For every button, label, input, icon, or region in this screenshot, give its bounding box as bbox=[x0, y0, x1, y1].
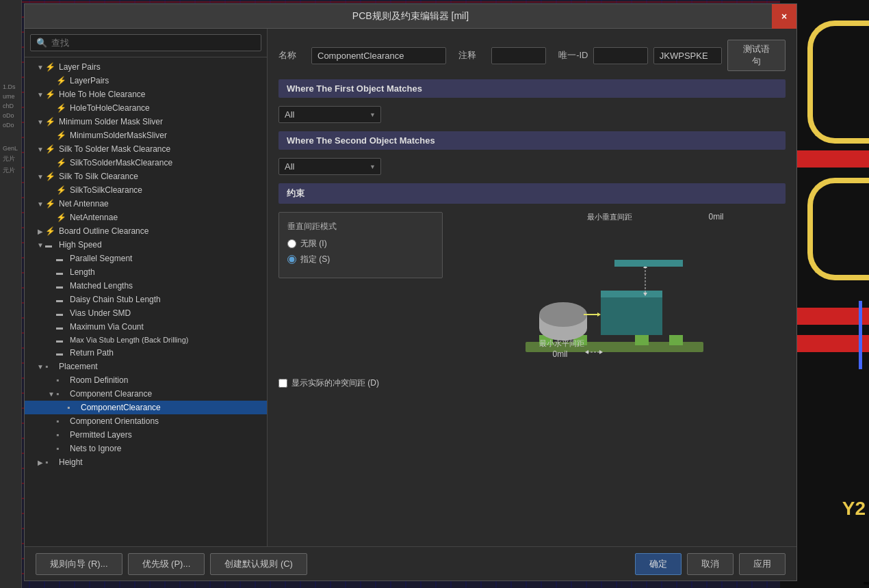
horiz-dist-label: 最小水平间距 bbox=[539, 338, 584, 349]
tree-item-return-path[interactable]: ▬ Return Path bbox=[25, 346, 267, 360]
constraint-content: 垂直间距模式 无限 (I) 指定 (S) bbox=[278, 212, 786, 369]
item-label: Component Clearance bbox=[70, 389, 261, 399]
expand-icon: ▼ bbox=[36, 363, 45, 371]
tree-item-parallel[interactable]: ▬ Parallel Segment bbox=[25, 252, 267, 265]
item-label: Max Via Stub Length (Back Drilling) bbox=[70, 336, 261, 344]
horiz-dist-value: 0mil bbox=[553, 349, 568, 359]
tree-item-length[interactable]: ▬ Length bbox=[25, 265, 267, 279]
tree-item-placement-group[interactable]: ▼ ▪ Placement bbox=[25, 360, 267, 373]
tree-item-layer-pairs[interactable]: ⚡ LayerPairs bbox=[25, 74, 267, 88]
where-first-row: All Net Net Class Layer bbox=[278, 106, 786, 123]
wizard-button[interactable]: 规则向导 (R)... bbox=[36, 553, 122, 575]
unique-id-input[interactable] bbox=[593, 47, 648, 64]
tree-item-hole[interactable]: ⚡ HoleToHoleClearance bbox=[25, 101, 267, 115]
svg-point-7 bbox=[539, 302, 587, 327]
key-input[interactable] bbox=[653, 47, 722, 64]
radio-unlimited-item: 无限 (I) bbox=[287, 238, 434, 250]
show-conflict-label: 显示实际的冲突间距 (D) bbox=[291, 377, 379, 389]
ok-button[interactable]: 确定 bbox=[635, 553, 682, 575]
tree-item-silksilk[interactable]: ⚡ SilkToSilkClearance bbox=[25, 183, 267, 197]
item-label: Nets to Ignore bbox=[70, 444, 261, 453]
show-conflict-checkbox[interactable] bbox=[278, 379, 287, 388]
tree-item-comp-orient[interactable]: ▪ Component Orientations bbox=[25, 414, 267, 428]
where-first-header: Where The First Object Matches bbox=[278, 79, 786, 98]
radio-specified[interactable] bbox=[287, 255, 296, 264]
rule-icon: ⚡ bbox=[56, 131, 67, 140]
rule-icon: ⚡ bbox=[56, 158, 67, 168]
tree-item-height-group[interactable]: ▶ ▪ Height bbox=[25, 455, 267, 469]
constraint-icon: ▬ bbox=[56, 296, 67, 304]
search-bar: 🔍 bbox=[25, 29, 267, 57]
where-first-dropdown-wrapper[interactable]: All Net Net Class Layer bbox=[278, 106, 381, 123]
tree-item-silksilk-group[interactable]: ▼ ⚡ Silk To Silk Clearance bbox=[25, 170, 267, 183]
search-field[interactable] bbox=[51, 38, 255, 48]
expand-icon: ▼ bbox=[36, 146, 45, 153]
item-label: Parallel Segment bbox=[70, 254, 261, 263]
svg-rect-4 bbox=[669, 335, 683, 345]
comment-input[interactable] bbox=[491, 47, 546, 64]
cancel-button[interactable]: 取消 bbox=[687, 553, 734, 575]
search-icon: 🔍 bbox=[36, 38, 47, 48]
tree-item-hole-group[interactable]: ▼ ⚡ Hole To Hole Clearance bbox=[25, 88, 267, 101]
dialog: PCB规则及约束编辑器 [mil] × 🔍 ▼ ⚡ Layer Pairs bbox=[24, 3, 797, 581]
radio-unlimited[interactable] bbox=[287, 239, 296, 248]
tree-item-silksolder[interactable]: ⚡ SilkToSolderMaskClearance bbox=[25, 156, 267, 170]
tree-item-room-def[interactable]: ▪ Room Definition bbox=[25, 373, 267, 387]
item-label: Minimum Solder Mask Sliver bbox=[59, 117, 261, 126]
name-label: 名称 bbox=[278, 49, 306, 62]
placement-icon: ▪ bbox=[45, 362, 56, 371]
tree-item-highspeed-group[interactable]: ▼ ▬ High Speed bbox=[25, 238, 267, 252]
where-second-dropdown[interactable]: All Net Net Class Layer bbox=[278, 158, 381, 175]
tree-item-minsolder[interactable]: ⚡ MinimumSolderMaskSliver bbox=[25, 129, 267, 142]
expand-icon: ▼ bbox=[36, 200, 45, 208]
search-input-wrapper[interactable]: 🔍 bbox=[30, 34, 261, 51]
tree-item-vias-smd[interactable]: ▬ Vias Under SMD bbox=[25, 306, 267, 320]
pcb-url-text bbox=[864, 582, 869, 585]
rule-icon: ⚡ bbox=[45, 144, 56, 154]
tree-item-netant[interactable]: ⚡ NetAntennae bbox=[25, 211, 267, 224]
tree-item-matched-lengths[interactable]: ▬ Matched Lengths bbox=[25, 279, 267, 293]
placement-icon: ▪ bbox=[56, 375, 67, 385]
name-input[interactable] bbox=[311, 47, 446, 64]
tree-item-max-via-count[interactable]: ▬ Maximum Via Count bbox=[25, 320, 267, 334]
tree-item-netant-group[interactable]: ▼ ⚡ Net Antennae bbox=[25, 197, 267, 211]
where-second-row: All Net Net Class Layer bbox=[278, 158, 786, 175]
item-label: High Speed bbox=[59, 240, 261, 250]
priority-button[interactable]: 优先级 (P)... bbox=[128, 553, 205, 575]
svg-rect-9 bbox=[601, 291, 662, 297]
expand-icon: ▼ bbox=[36, 241, 45, 249]
apply-button[interactable]: 应用 bbox=[739, 553, 786, 575]
tree-item-daisy-chain[interactable]: ▬ Daisy Chain Stub Length bbox=[25, 293, 267, 306]
rule-icon: ⚡ bbox=[45, 117, 56, 126]
item-label: LayerPairs bbox=[70, 76, 261, 85]
tree-item-comp-clearance-selected[interactable]: ▪ ComponentClearance bbox=[25, 401, 267, 414]
placement-icon: ▪ bbox=[56, 444, 67, 453]
item-label: Permitted Layers bbox=[70, 430, 261, 440]
tree-item-silksolder-group[interactable]: ▼ ⚡ Silk To Solder Mask Clearance bbox=[25, 142, 267, 156]
tree-item-permitted-layers[interactable]: ▪ Permitted Layers bbox=[25, 428, 267, 442]
tree-item-nets-ignore[interactable]: ▪ Nets to Ignore bbox=[25, 442, 267, 455]
test-button[interactable]: 测试语句 bbox=[727, 40, 786, 71]
item-label: MinimumSolderMaskSliver bbox=[70, 131, 261, 140]
rule-icon: ⚡ bbox=[45, 199, 56, 209]
where-second-dropdown-wrapper[interactable]: All Net Net Class Layer bbox=[278, 158, 381, 175]
placement-icon: ▪ bbox=[56, 389, 67, 399]
vert-dist-value: 0mil bbox=[708, 212, 723, 222]
constraint-icon: ▬ bbox=[56, 349, 67, 357]
tree-item-layer-pairs-group[interactable]: ▼ ⚡ Layer Pairs bbox=[25, 60, 267, 74]
item-label: Vias Under SMD bbox=[70, 308, 261, 318]
expand-icon: ▼ bbox=[36, 91, 45, 98]
name-row: 名称 注释 唯一-ID 测试语句 bbox=[278, 40, 786, 71]
close-button[interactable]: × bbox=[772, 4, 796, 29]
tree-item-comp-clearance-group[interactable]: ▼ ▪ Component Clearance bbox=[25, 387, 267, 401]
create-default-button[interactable]: 创建默认规则 (C) bbox=[210, 553, 307, 575]
tree-item-minsolder-group[interactable]: ▼ ⚡ Minimum Solder Mask Sliver bbox=[25, 115, 267, 129]
tree-item-max-via-stub[interactable]: ▬ Max Via Stub Length (Back Drilling) bbox=[25, 334, 267, 346]
comment-label: 注释 bbox=[458, 49, 486, 62]
bottom-bar: 规则向导 (R)... 优先级 (P)... 创建默认规则 (C) 确定 取消 … bbox=[25, 546, 796, 580]
expand-icon: ▼ bbox=[36, 173, 45, 181]
item-label: HoleToHoleClearance bbox=[70, 103, 261, 113]
tree-item-boardoutline-group[interactable]: ▶ ⚡ Board Outline Clearance bbox=[25, 224, 267, 238]
item-label: SilkToSolderMaskClearance bbox=[70, 158, 261, 168]
where-first-dropdown[interactable]: All Net Net Class Layer bbox=[278, 106, 381, 123]
